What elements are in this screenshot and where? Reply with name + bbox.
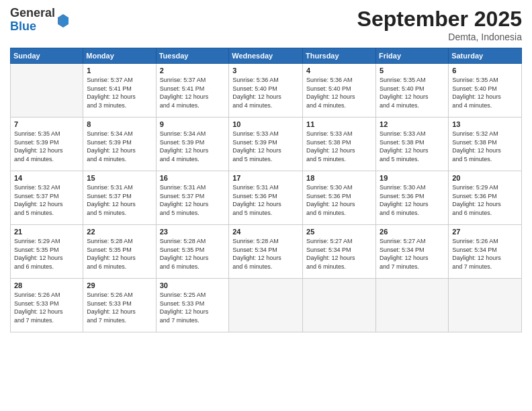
calendar-cell: 5Sunrise: 5:35 AMSunset: 5:40 PMDaylight…: [376, 64, 449, 118]
day-number: 22: [87, 228, 152, 236]
calendar-cell: 26Sunrise: 5:27 AMSunset: 5:34 PMDayligh…: [376, 225, 449, 279]
calendar-cell: 6Sunrise: 5:35 AMSunset: 5:40 PMDaylight…: [449, 64, 522, 118]
day-number: 14: [14, 174, 79, 182]
day-number: 19: [380, 174, 445, 182]
day-number: 18: [306, 174, 372, 182]
day-info: Sunrise: 5:32 AMSunset: 5:37 PMDaylight:…: [14, 183, 79, 217]
day-info: Sunrise: 5:35 AMSunset: 5:40 PMDaylight:…: [380, 76, 445, 109]
calendar-header-row: SundayMondayTuesdayWednesdayThursdayFrid…: [11, 48, 522, 64]
day-info: Sunrise: 5:37 AMSunset: 5:41 PMDaylight:…: [160, 76, 226, 109]
day-number: 21: [14, 228, 79, 236]
day-number: 24: [232, 228, 299, 236]
day-info: Sunrise: 5:31 AMSunset: 5:37 PMDaylight:…: [160, 183, 226, 217]
day-header-sunday: Sunday: [11, 48, 83, 64]
logo-blue: Blue: [10, 20, 55, 34]
header: General Blue September 2025 Demta, Indon…: [10, 7, 522, 42]
calendar-cell: 29Sunrise: 5:26 AMSunset: 5:33 PMDayligh…: [83, 279, 156, 332]
day-header-thursday: Thursday: [303, 48, 376, 64]
calendar-cell: 1Sunrise: 5:37 AMSunset: 5:41 PMDaylight…: [83, 64, 156, 118]
calendar-cell: 28Sunrise: 5:26 AMSunset: 5:33 PMDayligh…: [11, 279, 83, 332]
day-info: Sunrise: 5:25 AMSunset: 5:33 PMDaylight:…: [160, 291, 226, 324]
day-info: Sunrise: 5:29 AMSunset: 5:36 PMDaylight:…: [452, 183, 518, 217]
day-number: 1: [87, 66, 152, 75]
calendar-cell: 27Sunrise: 5:26 AMSunset: 5:34 PMDayligh…: [449, 225, 522, 279]
calendar-cell: 16Sunrise: 5:31 AMSunset: 5:37 PMDayligh…: [156, 171, 229, 225]
calendar-cell: 22Sunrise: 5:28 AMSunset: 5:35 PMDayligh…: [83, 225, 156, 279]
day-header-monday: Monday: [83, 48, 156, 64]
day-info: Sunrise: 5:33 AMSunset: 5:38 PMDaylight:…: [380, 130, 445, 163]
calendar-cell: [376, 279, 449, 332]
calendar-cell: 21Sunrise: 5:29 AMSunset: 5:35 PMDayligh…: [11, 225, 83, 279]
day-number: 23: [160, 228, 226, 236]
day-number: 17: [232, 174, 299, 182]
calendar-cell: 24Sunrise: 5:28 AMSunset: 5:34 PMDayligh…: [229, 225, 303, 279]
day-header-saturday: Saturday: [449, 48, 522, 64]
calendar-cell: [229, 279, 303, 332]
day-number: 15: [87, 174, 152, 182]
day-number: 5: [380, 66, 445, 75]
calendar-cell: 15Sunrise: 5:31 AMSunset: 5:37 PMDayligh…: [83, 171, 156, 225]
day-number: 20: [452, 174, 518, 182]
week-row-5: 28Sunrise: 5:26 AMSunset: 5:33 PMDayligh…: [11, 279, 522, 332]
calendar-cell: 30Sunrise: 5:25 AMSunset: 5:33 PMDayligh…: [156, 279, 229, 332]
calendar-cell: 13Sunrise: 5:32 AMSunset: 5:38 PMDayligh…: [449, 118, 522, 171]
day-info: Sunrise: 5:32 AMSunset: 5:38 PMDaylight:…: [452, 130, 518, 163]
month-title: September 2025: [357, 7, 522, 32]
day-number: 16: [160, 174, 226, 182]
day-info: Sunrise: 5:29 AMSunset: 5:35 PMDaylight:…: [14, 237, 79, 271]
day-number: 28: [14, 281, 79, 289]
calendar-cell: 19Sunrise: 5:30 AMSunset: 5:36 PMDayligh…: [376, 171, 449, 225]
day-number: 12: [380, 120, 445, 128]
calendar-cell: 17Sunrise: 5:31 AMSunset: 5:36 PMDayligh…: [229, 171, 303, 225]
day-header-wednesday: Wednesday: [229, 48, 303, 64]
calendar-cell: 8Sunrise: 5:34 AMSunset: 5:39 PMDaylight…: [83, 118, 156, 171]
day-number: 26: [380, 228, 445, 236]
logo-general: General: [10, 7, 55, 20]
day-info: Sunrise: 5:31 AMSunset: 5:36 PMDaylight:…: [232, 183, 299, 217]
calendar-cell: 3Sunrise: 5:36 AMSunset: 5:40 PMDaylight…: [229, 64, 303, 118]
day-info: Sunrise: 5:31 AMSunset: 5:37 PMDaylight:…: [87, 183, 152, 217]
day-info: Sunrise: 5:33 AMSunset: 5:38 PMDaylight:…: [306, 130, 372, 163]
day-number: 10: [232, 120, 299, 128]
day-info: Sunrise: 5:37 AMSunset: 5:41 PMDaylight:…: [87, 76, 152, 109]
calendar-cell: 10Sunrise: 5:33 AMSunset: 5:39 PMDayligh…: [229, 118, 303, 171]
day-info: Sunrise: 5:36 AMSunset: 5:40 PMDaylight:…: [232, 76, 299, 109]
day-info: Sunrise: 5:28 AMSunset: 5:34 PMDaylight:…: [232, 237, 299, 271]
day-header-friday: Friday: [376, 48, 449, 64]
day-info: Sunrise: 5:34 AMSunset: 5:39 PMDaylight:…: [87, 130, 152, 163]
day-info: Sunrise: 5:28 AMSunset: 5:35 PMDaylight:…: [160, 237, 226, 271]
day-number: 6: [452, 66, 518, 75]
day-header-tuesday: Tuesday: [156, 48, 229, 64]
calendar-cell: 11Sunrise: 5:33 AMSunset: 5:38 PMDayligh…: [303, 118, 376, 171]
day-number: 9: [160, 120, 226, 128]
calendar-cell: 25Sunrise: 5:27 AMSunset: 5:34 PMDayligh…: [303, 225, 376, 279]
calendar-cell: 2Sunrise: 5:37 AMSunset: 5:41 PMDaylight…: [156, 64, 229, 118]
day-info: Sunrise: 5:26 AMSunset: 5:33 PMDaylight:…: [14, 291, 79, 324]
day-info: Sunrise: 5:30 AMSunset: 5:36 PMDaylight:…: [306, 183, 372, 217]
week-row-4: 21Sunrise: 5:29 AMSunset: 5:35 PMDayligh…: [11, 225, 522, 279]
day-number: 29: [87, 281, 152, 289]
calendar-cell: 9Sunrise: 5:34 AMSunset: 5:39 PMDaylight…: [156, 118, 229, 171]
day-number: 30: [160, 281, 226, 289]
day-number: 13: [452, 120, 518, 128]
day-info: Sunrise: 5:36 AMSunset: 5:40 PMDaylight:…: [306, 76, 372, 109]
day-info: Sunrise: 5:27 AMSunset: 5:34 PMDaylight:…: [306, 237, 372, 271]
day-number: 25: [306, 228, 372, 236]
week-row-2: 7Sunrise: 5:35 AMSunset: 5:39 PMDaylight…: [11, 118, 522, 171]
day-info: Sunrise: 5:30 AMSunset: 5:36 PMDaylight:…: [380, 183, 445, 217]
day-info: Sunrise: 5:28 AMSunset: 5:35 PMDaylight:…: [87, 237, 152, 271]
week-row-1: 1Sunrise: 5:37 AMSunset: 5:41 PMDaylight…: [11, 64, 522, 118]
day-info: Sunrise: 5:35 AMSunset: 5:39 PMDaylight:…: [14, 130, 79, 163]
calendar-table: SundayMondayTuesdayWednesdayThursdayFrid…: [10, 48, 522, 332]
calendar-cell: 7Sunrise: 5:35 AMSunset: 5:39 PMDaylight…: [11, 118, 83, 171]
day-number: 11: [306, 120, 372, 128]
calendar-cell: [303, 279, 376, 332]
calendar-cell: 12Sunrise: 5:33 AMSunset: 5:38 PMDayligh…: [376, 118, 449, 171]
calendar-cell: 14Sunrise: 5:32 AMSunset: 5:37 PMDayligh…: [11, 171, 83, 225]
title-area: September 2025 Demta, Indonesia: [357, 7, 522, 42]
calendar-cell: [11, 64, 83, 118]
calendar-cell: 18Sunrise: 5:30 AMSunset: 5:36 PMDayligh…: [303, 171, 376, 225]
day-number: 7: [14, 120, 79, 128]
day-info: Sunrise: 5:35 AMSunset: 5:40 PMDaylight:…: [452, 76, 518, 109]
day-info: Sunrise: 5:26 AMSunset: 5:33 PMDaylight:…: [87, 291, 152, 324]
